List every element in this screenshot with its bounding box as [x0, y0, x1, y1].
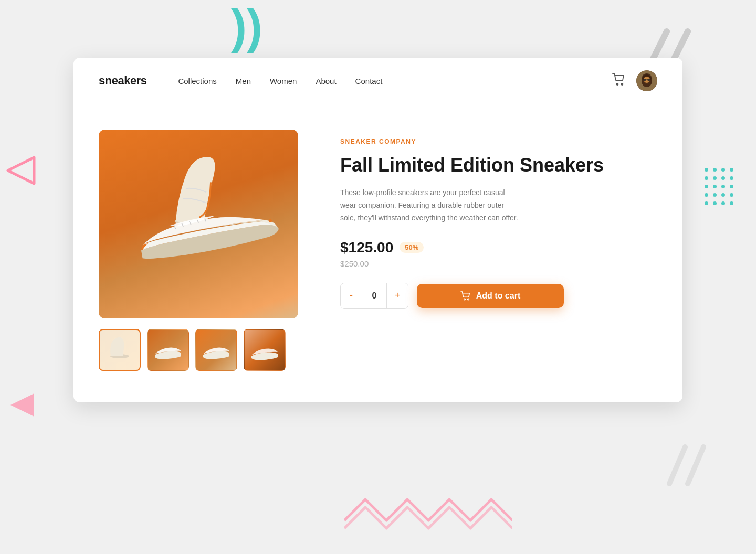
- original-price: $250.00: [340, 259, 657, 268]
- svg-point-25: [467, 299, 469, 300]
- quantity-value: 0: [362, 283, 387, 308]
- add-to-cart-label: Add to cart: [476, 291, 520, 301]
- decorative-quote: )): [231, 8, 262, 46]
- thumbnail-4[interactable]: [244, 329, 286, 371]
- discount-badge: 50%: [400, 242, 424, 253]
- svg-point-24: [464, 299, 465, 300]
- nav-link-contact[interactable]: Contact: [355, 77, 383, 86]
- thumbnail-2[interactable]: [147, 329, 189, 371]
- quantity-control: - 0 +: [340, 283, 408, 309]
- add-to-cart-button[interactable]: Add to cart: [417, 284, 564, 308]
- product-card: sneakers Collections Men Women About Con…: [74, 58, 682, 402]
- cart-button[interactable]: [612, 73, 626, 88]
- cart-icon-button: [460, 291, 471, 301]
- svg-line-4: [688, 447, 704, 484]
- svg-marker-2: [8, 157, 34, 184]
- sneaker-main-svg: [109, 135, 288, 313]
- thumbnail-1[interactable]: [99, 329, 141, 371]
- decorative-arrow-left: [5, 152, 37, 191]
- nav-link-men[interactable]: Men: [236, 77, 251, 86]
- svg-rect-14: [647, 79, 650, 81]
- thumb-2-icon: [152, 334, 184, 366]
- cart-controls: - 0 + Add to cart: [340, 283, 657, 309]
- thumbnail-3[interactable]: [195, 329, 237, 371]
- current-price: $125.00: [340, 239, 393, 256]
- product-description: These low-profile sneakers are your perf…: [340, 187, 519, 224]
- avatar-image: [636, 70, 657, 91]
- thumbnail-list: [99, 329, 298, 371]
- site-logo[interactable]: sneakers: [99, 74, 146, 88]
- nav-links: Collections Men Women About Contact: [178, 77, 612, 86]
- cart-icon: [612, 73, 626, 86]
- brand-label: SNEAKER COMPANY: [340, 138, 657, 145]
- quantity-decrease-button[interactable]: -: [341, 283, 362, 308]
- nav-link-women[interactable]: Women: [270, 77, 297, 86]
- product-section: SNEAKER COMPANY Fall Limited Edition Sne…: [74, 104, 682, 402]
- decorative-zigzag-bottom: [344, 489, 512, 533]
- navigation: sneakers Collections Men Women About Con…: [74, 58, 682, 104]
- svg-marker-5: [10, 393, 34, 417]
- quantity-increase-button[interactable]: +: [387, 283, 408, 308]
- svg-point-6: [617, 83, 618, 85]
- decorative-dots-right: [705, 168, 735, 207]
- nav-link-collections[interactable]: Collections: [178, 77, 216, 86]
- price-row: $125.00 50%: [340, 239, 657, 256]
- svg-line-3: [669, 447, 685, 484]
- decorative-arrow-pink: [8, 389, 37, 423]
- svg-rect-13: [643, 79, 646, 81]
- user-avatar[interactable]: [636, 70, 657, 91]
- main-product-image: [99, 130, 298, 318]
- svg-point-7: [622, 83, 623, 85]
- nav-actions: [612, 70, 657, 91]
- product-details: SNEAKER COMPANY Fall Limited Edition Sne…: [340, 130, 657, 371]
- nav-link-about[interactable]: About: [316, 77, 336, 86]
- thumb-3-icon: [201, 334, 232, 366]
- thumb-1-icon: [104, 334, 135, 366]
- thumb-4-icon: [249, 334, 280, 366]
- product-title: Fall Limited Edition Sneakers: [340, 154, 657, 176]
- product-images: [99, 130, 298, 371]
- decorative-slash-bottom: [662, 442, 714, 491]
